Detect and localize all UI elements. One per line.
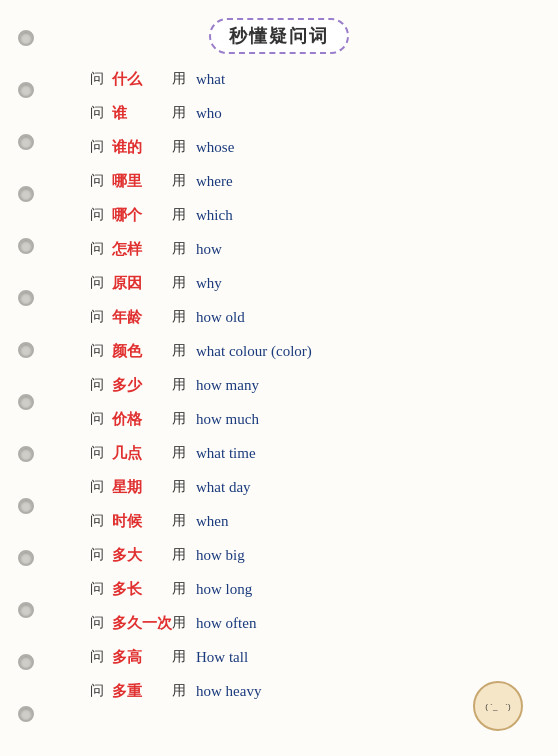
table-row: 问颜色用what colour (color) — [90, 336, 538, 366]
english-word: why — [196, 275, 222, 292]
chinese-word: 年龄 — [112, 308, 172, 327]
table-row: 问怎样用how — [90, 234, 538, 264]
mascot — [473, 681, 528, 736]
english-word: how many — [196, 377, 259, 394]
table-row: 问多少用how many — [90, 370, 538, 400]
table-row: 问谁用who — [90, 98, 538, 128]
yong-label: 用 — [172, 274, 196, 292]
chinese-word: 哪个 — [112, 206, 172, 225]
spiral-hole — [18, 706, 34, 722]
chinese-word: 哪里 — [112, 172, 172, 191]
wen-label: 问 — [90, 274, 112, 292]
spiral-hole — [18, 134, 34, 150]
wen-label: 问 — [90, 478, 112, 496]
yong-label: 用 — [172, 240, 196, 258]
wen-label: 问 — [90, 512, 112, 530]
title-cloud: 秒懂疑问词 — [209, 18, 349, 54]
mascot-face — [473, 681, 523, 731]
yong-label: 用 — [172, 376, 196, 394]
wen-label: 问 — [90, 682, 112, 700]
yong-label: 用 — [172, 444, 196, 462]
spiral-hole — [18, 342, 34, 358]
english-word: when — [196, 513, 229, 530]
english-word: what time — [196, 445, 256, 462]
english-word: how long — [196, 581, 252, 598]
chinese-word: 多高 — [112, 648, 172, 667]
wen-label: 问 — [90, 104, 112, 122]
chinese-word: 颜色 — [112, 342, 172, 361]
chinese-word: 谁 — [112, 104, 172, 123]
page: 秒懂疑问词 问什么用what问谁用who问谁的用whose问哪里用where问哪… — [0, 0, 558, 756]
english-word: which — [196, 207, 233, 224]
table-row: 问多高用How tall — [90, 642, 538, 672]
chinese-word: 几点 — [112, 444, 172, 463]
yong-label: 用 — [172, 172, 196, 190]
chinese-word: 星期 — [112, 478, 172, 497]
chinese-word: 谁的 — [112, 138, 172, 157]
spiral-hole — [18, 394, 34, 410]
yong-label: 用 — [172, 206, 196, 224]
spiral-hole — [18, 446, 34, 462]
spiral-hole — [18, 654, 34, 670]
wen-label: 问 — [90, 546, 112, 564]
table-row: 问价格用how much — [90, 404, 538, 434]
chinese-word: 原因 — [112, 274, 172, 293]
english-word: How tall — [196, 649, 248, 666]
wen-label: 问 — [90, 376, 112, 394]
table-row: 问哪里用where — [90, 166, 538, 196]
english-word: how often — [196, 615, 256, 632]
chinese-word: 时候 — [112, 512, 172, 531]
table-row: 问哪个用which — [90, 200, 538, 230]
spiral-hole — [18, 30, 34, 46]
table-row: 问谁的用whose — [90, 132, 538, 162]
wen-label: 问 — [90, 580, 112, 598]
table-row: 问什么用what — [90, 64, 538, 94]
spiral-hole — [18, 82, 34, 98]
spiral-holes — [18, 30, 34, 756]
yong-label: 用 — [172, 648, 196, 666]
spiral-hole — [18, 550, 34, 566]
yong-label: 用 — [172, 138, 196, 156]
spiral-hole — [18, 238, 34, 254]
spiral-hole — [18, 290, 34, 306]
wen-label: 问 — [90, 240, 112, 258]
table-row: 问多重用how heavy — [90, 676, 538, 706]
english-word: what — [196, 71, 225, 88]
yong-label: 用 — [172, 546, 196, 564]
wen-label: 问 — [90, 342, 112, 360]
chinese-word: 多大 — [112, 546, 172, 565]
chinese-word: 多少 — [112, 376, 172, 395]
table-row: 问原因用why — [90, 268, 538, 298]
yong-label: 用 — [172, 614, 196, 632]
chinese-word: 怎样 — [112, 240, 172, 259]
yong-label: 用 — [172, 308, 196, 326]
wen-label: 问 — [90, 308, 112, 326]
english-word: who — [196, 105, 222, 122]
english-word: how — [196, 241, 222, 258]
table-row: 问星期用what day — [90, 472, 538, 502]
chinese-word: 多重 — [112, 682, 172, 701]
wen-label: 问 — [90, 410, 112, 428]
table-row: 问多大用how big — [90, 540, 538, 570]
spiral-hole — [18, 186, 34, 202]
english-word: where — [196, 173, 233, 190]
english-word: what day — [196, 479, 251, 496]
wen-label: 问 — [90, 444, 112, 462]
english-word: what colour (color) — [196, 343, 312, 360]
title-area: 秒懂疑问词 — [0, 0, 558, 54]
spiral-hole — [18, 602, 34, 618]
chinese-word: 多长 — [112, 580, 172, 599]
table-row: 问时候用when — [90, 506, 538, 536]
wen-label: 问 — [90, 138, 112, 156]
yong-label: 用 — [172, 580, 196, 598]
wen-label: 问 — [90, 614, 112, 632]
wen-label: 问 — [90, 70, 112, 88]
chinese-word: 价格 — [112, 410, 172, 429]
table-row: 问几点用what time — [90, 438, 538, 468]
wen-label: 问 — [90, 172, 112, 190]
wen-label: 问 — [90, 648, 112, 666]
yong-label: 用 — [172, 70, 196, 88]
table-row: 问年龄用how old — [90, 302, 538, 332]
wen-label: 问 — [90, 206, 112, 224]
yong-label: 用 — [172, 682, 196, 700]
